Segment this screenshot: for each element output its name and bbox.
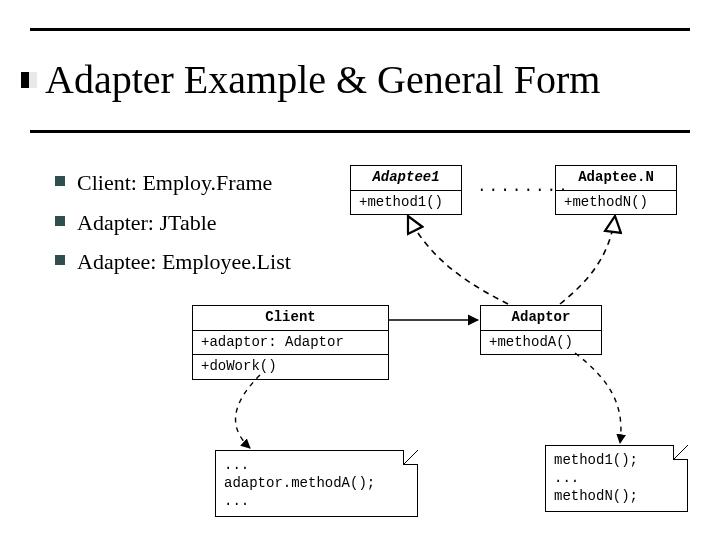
class-adaptor: Adaptor +methodA() — [480, 305, 602, 355]
class-method: +methodN() — [556, 191, 676, 215]
class-name: Adaptor — [481, 306, 601, 331]
class-attribute: +adaptor: Adaptor — [193, 331, 388, 356]
note-client: ... adaptor.methodA(); ... — [215, 450, 418, 517]
class-name: Adaptee.N — [556, 166, 676, 191]
class-name: Adaptee1 — [351, 166, 461, 191]
class-operation: +doWork() — [193, 355, 388, 379]
uml-diagram: Adaptee1 +method1() Adaptee.N +methodN()… — [0, 0, 720, 540]
ellipsis-icon: ........ — [477, 178, 570, 196]
note-adaptor: method1(); ... methodN(); — [545, 445, 688, 512]
class-method: +method1() — [351, 191, 461, 215]
slide: Adapter Example & General Form Client: E… — [0, 0, 720, 540]
class-adaptee1: Adaptee1 +method1() — [350, 165, 462, 215]
class-method: +methodA() — [481, 331, 601, 355]
class-name: Client — [193, 306, 388, 331]
class-adaptee-n: Adaptee.N +methodN() — [555, 165, 677, 215]
class-client: Client +adaptor: Adaptor +doWork() — [192, 305, 389, 380]
